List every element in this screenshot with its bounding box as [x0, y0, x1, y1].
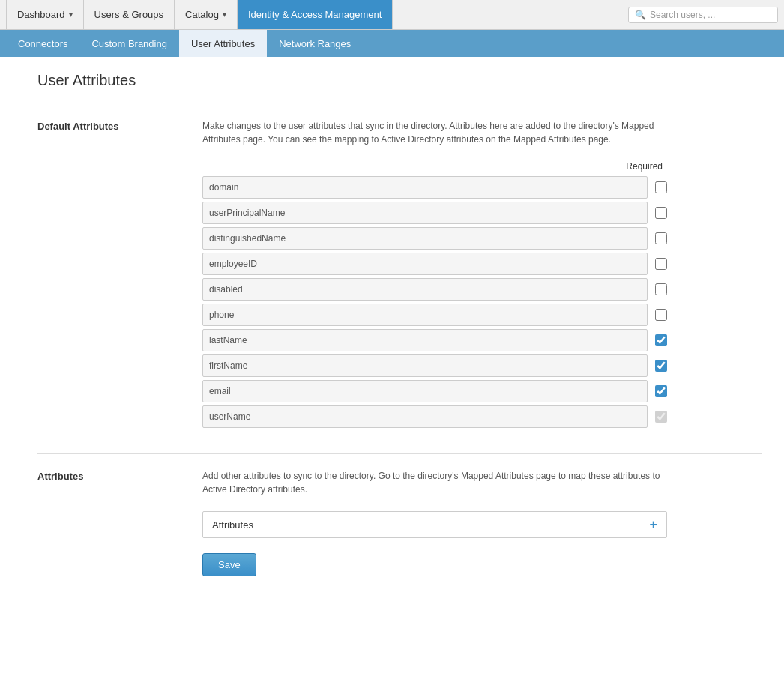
attr-input-distinguishedname[interactable] — [202, 227, 648, 250]
attr-input-firstname[interactable] — [202, 354, 648, 377]
attr-checkbox-employeeid[interactable] — [655, 258, 667, 270]
attr-input-email[interactable] — [202, 380, 648, 402]
page-content: User Attributes Default Attributes Make … — [0, 57, 784, 685]
attr-row-phone — [202, 304, 667, 326]
nav-users-groups-label: Users & Groups — [94, 9, 163, 20]
attributes-table — [202, 176, 667, 428]
search-bar[interactable]: 🔍 Search users, ... — [628, 7, 778, 23]
attr-row-disabled — [202, 278, 667, 301]
attributes-add-bar[interactable]: Attributes + — [202, 511, 667, 538]
nav-catalog[interactable]: Catalog ▾ — [175, 0, 238, 29]
nav-catalog-caret: ▾ — [223, 10, 226, 19]
subnav-network-ranges-label: Network Ranges — [279, 38, 351, 49]
subnav-user-attributes[interactable]: User Attributes — [179, 30, 267, 57]
attributes-section-content: Add other attributes to sync to the dire… — [202, 469, 667, 576]
attr-row-userprincipalname — [202, 202, 667, 224]
attr-checkbox-email[interactable] — [655, 385, 667, 397]
default-attributes-content: Make changes to the user attributes that… — [202, 119, 667, 431]
required-label: Required — [626, 161, 663, 172]
sub-nav: Connectors Custom Branding User Attribut… — [0, 30, 784, 57]
attr-row-distinguishedname — [202, 227, 667, 250]
nav-dashboard[interactable]: Dashboard ▾ — [6, 0, 84, 29]
attr-row-firstname — [202, 354, 667, 377]
attributes-section: Attributes Add other attributes to sync … — [37, 469, 762, 576]
attr-checkbox-disabled[interactable] — [655, 283, 667, 295]
attr-checkbox-domain[interactable] — [655, 181, 667, 193]
nav-identity-access[interactable]: Identity & Access Management — [238, 0, 393, 29]
save-button[interactable]: Save — [202, 553, 256, 576]
attributes-description: Add other attributes to sync to the dire… — [202, 469, 667, 496]
subnav-connectors-label: Connectors — [18, 38, 67, 49]
attributes-section-label: Attributes — [37, 469, 202, 576]
attr-checkbox-lastname[interactable] — [655, 334, 667, 346]
default-attributes-label: Default Attributes — [37, 119, 202, 431]
subnav-custom-branding[interactable]: Custom Branding — [79, 30, 178, 57]
page-title: User Attributes — [37, 72, 762, 97]
attr-input-phone[interactable] — [202, 304, 648, 326]
default-attributes-section: Default Attributes Make changes to the u… — [37, 119, 762, 431]
subnav-connectors[interactable]: Connectors — [6, 30, 79, 57]
nav-identity-access-label: Identity & Access Management — [248, 9, 382, 20]
top-nav: Dashboard ▾ Users & Groups Catalog ▾ Ide… — [0, 0, 784, 30]
subnav-user-attributes-label: User Attributes — [191, 38, 255, 49]
attr-row-username — [202, 405, 667, 428]
attr-checkbox-distinguishedname[interactable] — [655, 232, 667, 244]
default-attributes-description: Make changes to the user attributes that… — [202, 119, 667, 146]
attributes-header: Required — [202, 161, 667, 172]
attr-input-username[interactable] — [202, 405, 648, 428]
section-divider — [37, 453, 762, 454]
nav-dashboard-caret: ▾ — [69, 10, 73, 19]
nav-dashboard-label: Dashboard — [17, 9, 65, 20]
search-placeholder: Search users, ... — [650, 10, 715, 20]
attributes-add-bar-label: Attributes — [212, 519, 253, 531]
attr-input-userprincipalname[interactable] — [202, 202, 648, 224]
attr-row-lastname — [202, 329, 667, 351]
search-icon: 🔍 — [635, 10, 646, 20]
attr-checkbox-username[interactable] — [655, 411, 667, 423]
subnav-network-ranges[interactable]: Network Ranges — [267, 30, 363, 57]
nav-catalog-label: Catalog — [185, 9, 219, 20]
attr-checkbox-firstname[interactable] — [655, 360, 667, 372]
attr-row-domain — [202, 176, 667, 199]
add-attribute-icon[interactable]: + — [649, 518, 657, 531]
attr-row-email — [202, 380, 667, 402]
attr-input-employeeid[interactable] — [202, 253, 648, 275]
nav-users-groups[interactable]: Users & Groups — [84, 0, 175, 29]
attr-input-lastname[interactable] — [202, 329, 648, 351]
attr-checkbox-phone[interactable] — [655, 309, 667, 321]
attr-input-domain[interactable] — [202, 176, 648, 199]
attr-checkbox-userprincipalname[interactable] — [655, 207, 667, 219]
attr-input-disabled[interactable] — [202, 278, 648, 301]
attr-row-employeeid — [202, 253, 667, 275]
subnav-custom-branding-label: Custom Branding — [91, 38, 166, 49]
